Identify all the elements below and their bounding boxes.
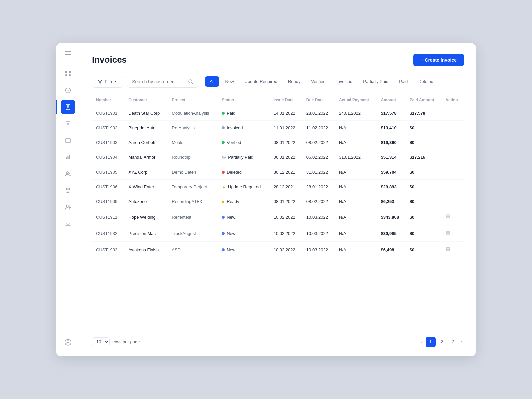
cell-customer: X-Wing Enter: [124, 179, 168, 194]
filter-icon: [98, 79, 102, 84]
cell-paid-amount: $17,578: [406, 106, 442, 120]
svg-rect-13: [69, 155, 70, 159]
svg-rect-8: [66, 104, 70, 110]
cell-project: RotAnalysis: [168, 120, 218, 135]
delete-icon[interactable]: [445, 247, 451, 253]
delete-icon[interactable]: [445, 231, 451, 236]
cell-status: Deleted: [218, 165, 270, 179]
cell-actual-payment: N/A: [335, 120, 377, 135]
cell-amount: $6,498: [377, 242, 406, 258]
invoice-icon[interactable]: [61, 100, 75, 114]
col-due-date: Due Date: [302, 94, 335, 106]
col-paid-amount: Paid Amount: [406, 94, 442, 106]
page-next-arrow[interactable]: ›: [460, 338, 464, 346]
hamburger-icon[interactable]: [65, 50, 71, 58]
cell-project: RecordingATFX: [168, 194, 218, 209]
cell-due-date: 10.03.2022: [302, 242, 335, 258]
cell-actual-payment: N/A: [335, 242, 377, 258]
svg-rect-4: [69, 71, 71, 73]
search-box[interactable]: [127, 76, 198, 88]
cell-amount: $17,578: [377, 106, 406, 120]
col-issue-date: Issue Date: [270, 94, 302, 106]
page-btn-1[interactable]: 1: [426, 337, 436, 347]
cell-action: [441, 179, 464, 194]
svg-rect-3: [65, 71, 67, 73]
cell-number: CUST1905: [92, 165, 124, 179]
table-row: CUST1909 Autozone RecordingATFX ◆ Ready …: [92, 194, 464, 209]
svg-rect-11: [66, 157, 67, 159]
svg-rect-6: [69, 74, 71, 76]
page-btn-3[interactable]: 3: [448, 337, 458, 347]
cell-due-date: 08.02.2022: [302, 194, 335, 209]
svg-rect-9: [66, 122, 70, 126]
cell-paid-amount: $0: [406, 225, 442, 242]
cell-issue-date: 08.01.2022: [270, 194, 302, 209]
delete-icon[interactable]: [445, 214, 451, 220]
cell-due-date: 11.02.2022: [302, 120, 335, 135]
cell-amount: $30,985: [377, 225, 406, 242]
cell-customer: Mandal Armor: [124, 150, 168, 165]
database-icon[interactable]: [61, 183, 75, 198]
svg-rect-2: [65, 54, 71, 55]
rows-per-page-select[interactable]: 10 20 50: [92, 337, 110, 346]
cell-customer: Awakens Finish: [124, 242, 168, 258]
svg-point-17: [66, 205, 68, 207]
grid-icon[interactable]: [61, 66, 75, 81]
tab-update-required[interactable]: Update Required: [240, 76, 282, 87]
tab-partially-paid[interactable]: Partially Paid: [358, 76, 393, 87]
cell-action[interactable]: [441, 225, 464, 242]
card-icon[interactable]: [61, 133, 75, 148]
user-plus-icon[interactable]: [61, 200, 75, 214]
cell-number: CUST1909: [92, 194, 124, 209]
avatar-icon[interactable]: [61, 328, 75, 350]
cell-status: New: [218, 209, 270, 225]
cell-customer: Precision Mac: [124, 225, 168, 242]
page-prev-arrow[interactable]: ‹: [420, 338, 424, 346]
cell-action[interactable]: [441, 209, 464, 225]
tab-verified[interactable]: Verified: [306, 76, 330, 87]
cell-due-date: 31.01.2022: [302, 165, 335, 179]
tab-new[interactable]: New: [221, 76, 239, 87]
cell-actual-payment: N/A: [335, 225, 377, 242]
cell-project: ModulationAnalysis: [168, 106, 218, 120]
cell-action: [441, 165, 464, 179]
user-group-icon[interactable]: [61, 166, 75, 181]
filters-button[interactable]: Filters: [92, 76, 123, 88]
tab-ready[interactable]: Ready: [283, 76, 305, 87]
page-btn-2[interactable]: 2: [437, 337, 447, 347]
cell-due-date: 10.03.2022: [302, 225, 335, 242]
tab-paid[interactable]: Paid: [394, 76, 412, 87]
pagination-row: 10 20 50 rows per page ‹ 1 2 3 ›: [92, 337, 464, 347]
table-row: CUST1905 XYZ Corp Demo Daten Deleted 30.…: [92, 165, 464, 179]
cell-actual-payment: N/A: [335, 179, 377, 194]
cell-customer: Autozone: [124, 194, 168, 209]
svg-point-19: [67, 341, 69, 343]
clock-icon[interactable]: [61, 83, 75, 98]
table-row: CUST1903 Aaron Corbett Meals Verified 08…: [92, 135, 464, 150]
search-input[interactable]: [132, 79, 185, 84]
cell-number: CUST1904: [92, 150, 124, 165]
cell-project: Demo Daten: [168, 165, 218, 179]
tab-invoiced[interactable]: Invoiced: [332, 76, 357, 87]
main-content: Invoices + Create Invoice Filters All Ne…: [80, 43, 476, 356]
filter-tabs: All New Update Required Ready Verified I…: [205, 76, 438, 87]
pagination: ‹ 1 2 3 ›: [420, 337, 464, 347]
download-icon[interactable]: [61, 216, 75, 231]
tab-deleted[interactable]: Deleted: [414, 76, 438, 87]
cell-action: [441, 194, 464, 209]
cell-customer: Death Star Corp: [124, 106, 168, 120]
chart-icon[interactable]: [61, 150, 75, 164]
clipboard-icon[interactable]: [61, 116, 75, 131]
create-invoice-button[interactable]: + Create Invoice: [413, 54, 464, 66]
cell-issue-date: 08.01.2022: [270, 135, 302, 150]
tab-all[interactable]: All: [205, 76, 219, 87]
cell-action: [441, 120, 464, 135]
cell-number: CUST1902: [92, 120, 124, 135]
cell-project: Meals: [168, 135, 218, 150]
cell-due-date: 28.01.2022: [302, 106, 335, 120]
table-row: CUST1901 Death Star Corp ModulationAnaly…: [92, 106, 464, 120]
cell-status: ▲ Update Required: [218, 179, 270, 194]
cell-action[interactable]: [441, 242, 464, 258]
cell-project: Temporary Project: [168, 179, 218, 194]
cell-number: CUST1901: [92, 106, 124, 120]
